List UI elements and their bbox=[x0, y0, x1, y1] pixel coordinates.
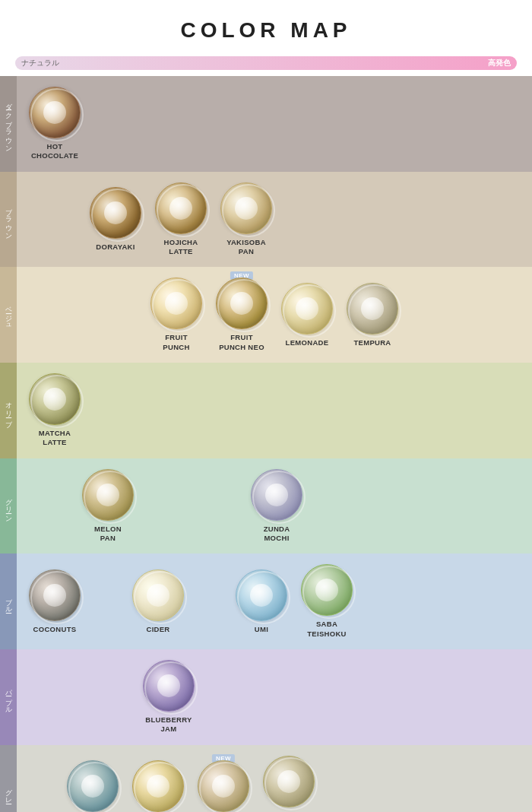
row-content-brown: DORAYAKI HOJICHALATTE YAKISOBAPAN bbox=[17, 172, 532, 268]
title-section: COLOR MAP bbox=[0, 0, 532, 52]
lens-label-hot-chocolate: HOTCHOCOLATE bbox=[31, 142, 78, 161]
row-label-olive: オリーブ bbox=[0, 363, 17, 458]
row-label-green: グリーン bbox=[0, 458, 17, 554]
lens-circle-lemonade bbox=[281, 283, 333, 335]
bar-label-natural: ナチュラル bbox=[21, 58, 59, 68]
lens-item-lassie: LASSIE bbox=[128, 760, 188, 812]
row-beige: ベージュ FRUITPUNCH NEW FRUITPUNCH NEO LEMON… bbox=[0, 267, 532, 363]
lens-item-matcha: MATCHALATTE bbox=[24, 373, 85, 448]
row-content-dark-brown: HOTCHOCOLATE bbox=[17, 76, 532, 172]
lens-label-coconuts: COCONUTS bbox=[33, 625, 77, 634]
row-content-green: MELONPAN ZUNDAMOCHI bbox=[17, 458, 532, 554]
row-label-gray: グレー bbox=[0, 745, 17, 812]
lens-item-zunda: ZUNDAMOCHI bbox=[246, 469, 307, 544]
lens-label-zunda: ZUNDAMOCHI bbox=[264, 525, 290, 544]
page: COLOR MAP ナチュラル 高発色 ダークブラウン HOTCHOCOLATE… bbox=[0, 0, 532, 812]
lens-circle-zunda bbox=[251, 469, 302, 521]
row-label-dark-brown: ダークブラウン bbox=[0, 76, 17, 172]
row-blue: ブルー COCONUTS CIDER UMI SABATEISHOKU bbox=[0, 553, 532, 649]
lens-item-blueberry: BLUEBERRYJAM bbox=[138, 660, 199, 734]
row-label-brown: ブラウン bbox=[0, 172, 17, 268]
lens-circle-tama bbox=[263, 756, 315, 807]
lens-label-cider: CIDER bbox=[146, 625, 169, 634]
lens-item-coconuts: COCONUTS bbox=[24, 569, 85, 634]
lens-label-blueberry: BLUEBERRYJAM bbox=[145, 715, 192, 734]
row-label-beige: ベージュ bbox=[0, 267, 17, 363]
lens-circle-melon bbox=[82, 469, 134, 521]
lens-circle-hot-chocolate bbox=[29, 87, 81, 138]
row-gray: グレー SAKANA LASSIE NEW LASSIE NEO TAM bbox=[0, 745, 532, 812]
lens-label-saba: SABATEISHOKU bbox=[307, 620, 347, 639]
lens-label-tempura: TEMPURA bbox=[353, 338, 391, 347]
lens-label-umi: UMI bbox=[255, 625, 268, 634]
lens-label-melon: MELONPAN bbox=[94, 525, 122, 544]
page-title: COLOR MAP bbox=[0, 18, 532, 43]
lens-label-hojicha: HOJICHALATTE bbox=[164, 238, 198, 257]
lens-circle-lassie bbox=[132, 760, 184, 812]
lens-item-lassie-neo: NEW LASSIE NEO bbox=[193, 760, 254, 812]
lens-label-lemonade: LEMONADE bbox=[286, 338, 329, 347]
row-content-blue: COCONUTS CIDER UMI SABATEISHOKU bbox=[17, 553, 532, 649]
row-purple: パープル BLUEBERRYJAM bbox=[0, 649, 532, 745]
bar-label-vivid: 高発色 bbox=[488, 58, 511, 68]
lens-item-tempura: TEMPURA bbox=[342, 283, 403, 347]
lens-item-hojicha: HOJICHALATTE bbox=[150, 182, 211, 257]
row-olive: オリーブ MATCHALATTE bbox=[0, 363, 532, 458]
row-green: グリーン MELONPAN ZUNDAMOCHI bbox=[0, 458, 532, 554]
row-brown: ブラウン DORAYAKI HOJICHALATTE YAKISOBAPAN bbox=[0, 172, 532, 268]
lens-circle-matcha bbox=[29, 373, 81, 425]
row-content-purple: BLUEBERRYJAM bbox=[17, 649, 532, 745]
row-label-purple: パープル bbox=[0, 649, 17, 745]
lens-circle-coconuts bbox=[29, 569, 81, 621]
row-content-beige: FRUITPUNCH NEW FRUITPUNCH NEO LEMONADE T… bbox=[17, 267, 532, 363]
lens-label-matcha: MATCHALATTE bbox=[39, 429, 71, 448]
lens-label-fruit-punch: FRUITPUNCH bbox=[163, 333, 189, 352]
lens-item-saba: SABATEISHOKU bbox=[296, 564, 357, 639]
lens-item-umi: UMI bbox=[231, 569, 292, 634]
row-dark-brown: ダークブラウン HOTCHOCOLATE bbox=[0, 76, 532, 172]
lens-item-melon: MELONPAN bbox=[78, 469, 138, 544]
lens-label-fruit-punch-neo: FRUITPUNCH NEO bbox=[219, 333, 264, 352]
lens-item-dorayaki: DORAYAKI bbox=[85, 187, 146, 252]
lens-item-sakana: SAKANA bbox=[62, 760, 123, 812]
lens-circle-fruit-punch bbox=[150, 278, 202, 329]
lens-item-tama: TAMAKONNYAKU bbox=[258, 756, 319, 812]
lens-circle-yakisoba bbox=[220, 182, 272, 234]
lens-circle-hojicha bbox=[155, 182, 207, 234]
row-label-blue: ブルー bbox=[0, 553, 17, 649]
lens-circle-dorayaki bbox=[90, 187, 141, 239]
row-content-olive: MATCHALATTE bbox=[17, 363, 532, 458]
lens-label-dorayaki: DORAYAKI bbox=[96, 243, 135, 252]
lens-label-yakisoba: YAKISOBAPAN bbox=[226, 238, 266, 257]
lens-item-fruit-punch: FRUITPUNCH bbox=[146, 278, 207, 352]
lens-circle-lassie-neo bbox=[198, 760, 249, 812]
gradient-bar-wrap: ナチュラル 高発色 bbox=[0, 52, 532, 76]
lens-item-lemonade: LEMONADE bbox=[277, 283, 337, 347]
lens-item-yakisoba: YAKISOBAPAN bbox=[216, 182, 277, 257]
row-content-gray: SAKANA LASSIE NEW LASSIE NEO TAMAKONNYAK… bbox=[17, 745, 532, 812]
lens-item-cider: CIDER bbox=[128, 569, 188, 634]
lens-circle-sakana bbox=[67, 760, 119, 812]
lens-item-fruit-punch-neo: NEW FRUITPUNCH NEO bbox=[211, 278, 272, 352]
lens-circle-tempura bbox=[347, 283, 398, 335]
lens-circle-fruit-punch-neo bbox=[216, 278, 268, 329]
lens-item-hot-chocolate: HOTCHOCOLATE bbox=[24, 87, 85, 161]
color-map-body: ダークブラウン HOTCHOCOLATE ブラウン DORAYAKI HOJIC… bbox=[0, 76, 532, 812]
lens-circle-saba bbox=[301, 564, 353, 616]
lens-circle-umi bbox=[236, 569, 287, 621]
gradient-bar: ナチュラル 高発色 bbox=[15, 56, 517, 70]
lens-circle-cider bbox=[132, 569, 184, 621]
lens-circle-blueberry bbox=[143, 660, 195, 712]
